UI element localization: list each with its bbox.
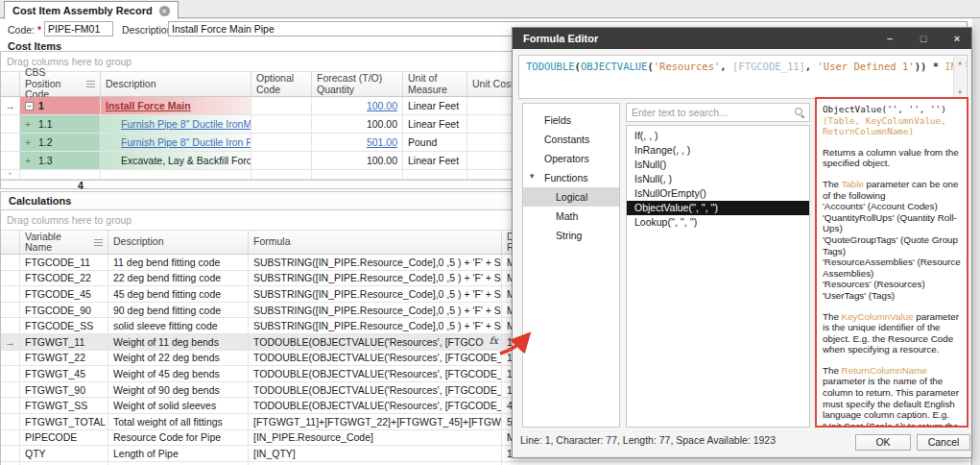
formula-token-string: 'User Defined 1'	[818, 61, 915, 72]
formula-scrollbar[interactable]: ▲ ▼	[953, 57, 966, 97]
tree-item-functions[interactable]: ▾Functions	[523, 168, 619, 187]
sort-icon	[86, 81, 95, 87]
search-input[interactable]	[627, 107, 793, 118]
maximize-icon[interactable]: □	[917, 33, 930, 44]
column-header-cbs[interactable]: CBS Position Code	[20, 72, 101, 96]
minimize-icon[interactable]: –	[883, 33, 896, 44]
uom-value: Linear Feet	[408, 118, 459, 130]
calc-description: Weight of 11 deg bends	[108, 334, 249, 350]
function-search[interactable]	[626, 103, 810, 122]
formula-cell[interactable]: SUBSTRING([IN_PIPE.Resource_Code],0 ,5 )…	[249, 286, 502, 302]
formula-token-function: OBJECTVALUE	[581, 61, 648, 72]
doc-paragraph: The ReturnColumnName parameter is the na…	[823, 365, 961, 428]
code-field[interactable]	[44, 21, 113, 37]
current-row-arrow-icon: →	[1, 334, 20, 350]
formula-cell[interactable]: TODOUBLE(OBJECTVALUE('Resources', [FTGCO…	[249, 398, 502, 413]
tree-item-math[interactable]: Math	[523, 207, 619, 226]
column-header-forecast-qty[interactable]: Forecast (T/O) Quantity	[312, 72, 403, 96]
formula-cell[interactable]: [IN_PIPE.Resource_Code]	[249, 430, 502, 446]
formula-cell[interactable]: TODOUBLE(OBJECTVALUE('Resources', [FTGCO…	[249, 351, 502, 366]
formula-token-operator: *	[926, 61, 944, 72]
tree-item-operators[interactable]: Operators	[523, 149, 619, 168]
dialog-title-bar[interactable]: Formula Editor – □ ×	[513, 28, 971, 49]
formula-cell[interactable]: [FTGWGT_11]+[FTGWGT_22]+[FTGWGT_45]+[FTG…	[249, 414, 502, 429]
column-header-description[interactable]: Description	[101, 72, 251, 96]
formula-cell[interactable]: TODOUBLE(OBJECTVALUE('Resources', [FTGCO…	[249, 334, 502, 350]
cbs-code: 1.3	[38, 155, 53, 166]
formula-cell[interactable]: SUBSTRING([IN_PIPE.Resource_Code],0 ,5 )…	[249, 255, 502, 270]
search-icon[interactable]	[793, 106, 806, 119]
formula-token-paren: ))	[915, 61, 927, 72]
tree-item-string[interactable]: String	[523, 226, 619, 245]
row-count: 4	[78, 180, 84, 191]
function-item-isnull[interactable]: IsNull()	[627, 158, 809, 172]
cancel-button[interactable]: Cancel	[917, 434, 970, 451]
calc-description: 90 deg bend fitting code	[108, 303, 249, 318]
close-icon[interactable]: ×	[950, 33, 964, 44]
calc-description: Total weight of all fittings	[108, 414, 249, 429]
variable-name: QTY	[20, 446, 108, 461]
formula-cell[interactable]: TODOUBLE(OBJECTVALUE('Resources', [FTGCO…	[249, 382, 502, 398]
formula-cell[interactable]: SUBSTRING([IN_PIPE.Resource_Code],0 ,5 )…	[249, 318, 502, 333]
function-item-inrange[interactable]: InRange(, , )	[627, 143, 809, 158]
cost-item-link[interactable]: Furnish Pipe 8" Ductile Iron FittingsPip…	[106, 136, 251, 148]
function-item-isnull2[interactable]: IsNull(, )	[627, 172, 809, 186]
function-item-isnullorempty[interactable]: IsNullOrEmpty()	[627, 186, 809, 201]
function-item-objectvalue-selected[interactable]: ObjectValue('', '', '')	[627, 201, 809, 215]
cost-item-link[interactable]: Install Force Main	[106, 100, 191, 111]
forecast-qty-link[interactable]: 100.00	[367, 100, 397, 111]
formula-input[interactable]: TODOUBLE(OBJECTVALUE('Resources', [FTGCO…	[518, 55, 968, 99]
formula-cell[interactable]: [IN_QTY]	[249, 446, 502, 461]
variable-name: FTGCODE_45	[20, 286, 108, 302]
column-header-optional-code[interactable]: Optional Code	[251, 72, 312, 96]
expand-icon[interactable]: +	[25, 137, 34, 148]
uom-value: Linear Feet	[408, 100, 459, 111]
ok-button[interactable]: OK	[855, 434, 911, 451]
expand-icon[interactable]: +	[25, 119, 34, 130]
cbs-code: 1.1	[38, 118, 53, 130]
tab-bar: Cost Item Assembly Record ×	[0, 0, 980, 18]
row-indicator-header	[1, 231, 20, 254]
column-header-formula[interactable]: Formula	[249, 231, 502, 254]
formula-cell[interactable]: SUBSTRING([IN_PIPE.Resource_Code],0 ,5 )…	[249, 271, 502, 286]
variable-name: FTGWGT_11	[20, 334, 108, 350]
sort-icon	[94, 239, 103, 246]
formula-cell[interactable]: TODOUBLE(OBJECTVALUE('Resources', [FTGCO…	[249, 366, 502, 381]
variable-name: FTGWGT_22	[20, 351, 108, 366]
scroll-down-icon[interactable]: ▼	[958, 88, 962, 95]
formula-token-comma: ,	[720, 61, 732, 72]
doc-signature: ObjectValue('', '', '')(Table, KeyColumn…	[823, 104, 961, 137]
doc-paragraph-tables: The Table parameter can be one of the fo…	[823, 179, 961, 302]
function-item-if[interactable]: If(, , )	[627, 129, 809, 143]
calc-description: 45 deg bend fitting code	[108, 286, 249, 302]
doc-paragraph: Returns a column value from the specifie…	[823, 147, 961, 169]
column-header-variable-name[interactable]: Variable Name	[20, 231, 108, 254]
uom-value: Linear Feet	[408, 155, 459, 166]
collapse-icon[interactable]: −	[25, 102, 34, 110]
scroll-up-icon[interactable]: ▲	[958, 59, 962, 65]
formula-token-field: [FTGCODE_11]	[732, 61, 805, 72]
doc-paragraph: The KeyColumnValue parameter is the uniq…	[823, 311, 961, 355]
column-header-uom[interactable]: Unit of Measure	[403, 72, 467, 96]
formula-token-function: TODOUBLE	[526, 61, 575, 72]
tree-item-constants[interactable]: Constants	[523, 130, 619, 149]
function-list: If(, , ) InRange(, , ) IsNull() IsNull(,…	[626, 125, 810, 428]
forecast-qty-link[interactable]: 501.00	[367, 136, 397, 148]
tab-cost-item-assembly-record[interactable]: Cost Item Assembly Record ×	[4, 1, 179, 19]
cost-item-link[interactable]: Furnish Pipe 8" Ductile IronMPDIP08	[106, 118, 251, 130]
formula-cell[interactable]: SUBSTRING([IN_PIPE.Resource_Code],0 ,5 )…	[249, 303, 502, 318]
calc-description: 11 deg bend fitting code	[108, 255, 249, 270]
tree-item-fields[interactable]: Fields	[523, 110, 619, 130]
variable-name: FTGCODE_SS	[20, 318, 108, 333]
tree-item-logical[interactable]: Logical	[523, 187, 619, 207]
variable-name: FTGWGT_SS	[20, 398, 108, 413]
function-item-lookup[interactable]: Lookup('', '', '')	[627, 215, 809, 230]
tab-close-icon[interactable]: ×	[159, 6, 170, 16]
variable-name: PIPECODE	[20, 430, 108, 446]
calc-description: solid sleeve fitting code	[108, 318, 249, 333]
calc-description: Resource Code for Pipe	[108, 430, 249, 446]
calc-description: Length of Pipe	[108, 446, 249, 461]
column-header-description[interactable]: Description	[108, 231, 249, 254]
expand-icon[interactable]: +	[25, 156, 34, 166]
status-bar: Line: 1, Character: 77, Length: 77, Spac…	[520, 434, 776, 446]
